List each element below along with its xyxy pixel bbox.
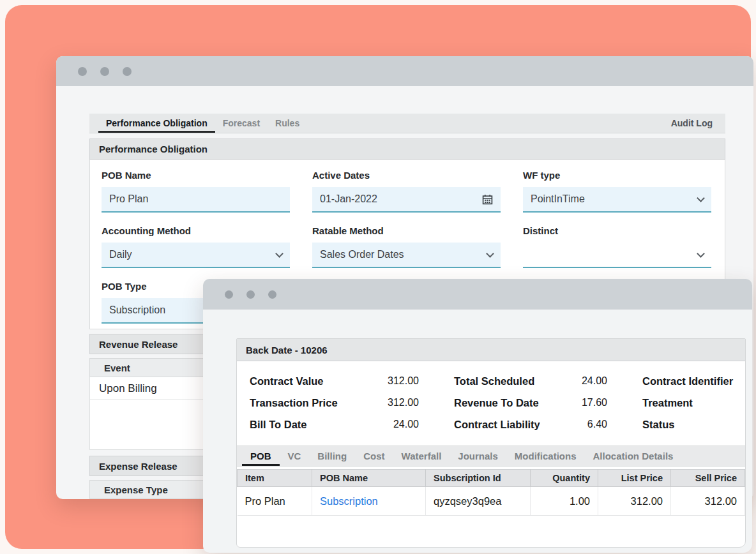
wf-type-field: WF type PointInTime [523, 170, 711, 213]
contract-liability-label: Contract Liability [454, 419, 548, 431]
treatment-label: Treatment [642, 397, 745, 409]
transaction-price-label: Transaction Price [250, 397, 360, 409]
tab-performance-obligation[interactable]: Performance Obligation [98, 114, 215, 133]
total-scheduled-amount: 24.00 [548, 375, 607, 387]
summary-row: Contract Identifier [642, 370, 745, 392]
back-date-panel-title: Back Date - 10206 [237, 339, 745, 361]
chevron-down-icon [697, 194, 705, 202]
back-date-window: Back Date - 10206 Contract Value 312.00 … [203, 279, 752, 553]
cell-list-price: 312.00 [598, 487, 671, 516]
pob-name-link[interactable]: Subscription [312, 487, 426, 516]
pob-name-input[interactable]: Pro Plan [102, 187, 290, 213]
accounting-method-select[interactable]: Daily [102, 243, 290, 268]
cell-sell-price: 312.00 [671, 487, 745, 516]
chevron-down-icon [275, 250, 284, 258]
tab-allocation-details[interactable]: Allocation Details [585, 447, 682, 466]
revenue-to-date-label: Revenue To Date [454, 397, 548, 409]
back-window-titlebar [56, 56, 753, 86]
tab-waterfall[interactable]: Waterfall [393, 447, 450, 466]
column-header-sell-price[interactable]: Sell Price [671, 470, 745, 487]
summary-column-2: Total Scheduled 24.00 Revenue To Date 17… [454, 370, 607, 435]
chevron-down-icon [486, 250, 494, 258]
accounting-method-label: Accounting Method [102, 225, 290, 236]
summary-column-1: Contract Value 312.00 Transaction Price … [250, 370, 419, 435]
bill-to-date-label: Bill To Date [250, 419, 360, 431]
cell-subscription-id: qyzqsey3q9ea [426, 487, 531, 516]
accounting-method-field: Accounting Method Daily [102, 225, 290, 268]
active-dates-label: Active Dates [312, 170, 501, 181]
window-control-dot[interactable] [268, 290, 276, 299]
summary-row: Status [642, 414, 745, 435]
ratable-method-select[interactable]: Sales Order Dates [312, 243, 501, 268]
pob-table-header-row: Item POB Name Subscription Id Quantity L… [238, 470, 745, 487]
wf-type-label: WF type [523, 170, 711, 181]
chevron-down-icon [697, 250, 705, 258]
summary-row: Contract Value 312.00 [250, 370, 419, 392]
window-control-dot[interactable] [78, 67, 87, 76]
tab-pob[interactable]: POB [242, 447, 280, 466]
wf-type-value: PointInTime [531, 193, 698, 205]
tab-journals[interactable]: Journals [450, 447, 506, 466]
tab-rules[interactable]: Rules [268, 114, 307, 133]
pob-name-field: POB Name Pro Plan [102, 170, 290, 213]
revenue-to-date-amount: 17.60 [548, 397, 607, 408]
audit-log-button[interactable]: Audit Log [667, 114, 716, 133]
bill-to-date-amount: 24.00 [360, 419, 419, 430]
summary-row: Bill To Date 24.00 [250, 414, 419, 435]
table-row: Pro Plan Subscription qyzqsey3q9ea 1.00 … [238, 487, 745, 516]
window-control-dot[interactable] [100, 67, 109, 76]
column-header-pob-name[interactable]: POB Name [312, 470, 426, 487]
tab-forecast[interactable]: Forecast [215, 114, 268, 133]
tab-modifications[interactable]: Modifications [506, 447, 585, 466]
pob-name-value: Pro Plan [109, 193, 282, 205]
calendar-icon[interactable] [482, 194, 493, 205]
summary-row: Total Scheduled 24.00 [454, 370, 607, 392]
column-header-quantity[interactable]: Quantity [531, 470, 598, 487]
active-dates-field: Active Dates 01-Jan-2022 [312, 170, 501, 213]
status-label: Status [642, 419, 745, 431]
pob-table: Item POB Name Subscription Id Quantity L… [237, 469, 745, 516]
total-scheduled-label: Total Scheduled [454, 375, 548, 387]
contract-summary: Contract Value 312.00 Transaction Price … [237, 361, 745, 442]
column-header-list-price[interactable]: List Price [598, 470, 671, 487]
pob-name-label: POB Name [102, 170, 290, 181]
summary-column-3: Contract Identifier Treatment Status [642, 370, 745, 435]
ratable-method-field: Ratable Method Sales Order Dates [312, 225, 501, 268]
transaction-price-amount: 312.00 [360, 397, 419, 408]
wf-type-select[interactable]: PointInTime [523, 187, 711, 213]
contract-detail-tabbar: POB VC Billing Cost Waterfall Journals M… [237, 445, 745, 467]
summary-row: Revenue To Date 17.60 [454, 392, 607, 414]
performance-obligation-section-header: Performance Obligation [89, 138, 725, 160]
window-control-dot[interactable] [225, 290, 233, 299]
accounting-method-value: Daily [109, 249, 276, 260]
contract-identifier-label: Contract Identifier [642, 375, 745, 387]
back-date-panel: Back Date - 10206 Contract Value 312.00 … [236, 338, 746, 548]
ratable-method-value: Sales Order Dates [320, 249, 487, 260]
tab-billing[interactable]: Billing [309, 447, 355, 466]
contract-liability-amount: 6.40 [548, 419, 607, 430]
active-dates-input[interactable]: 01-Jan-2022 [312, 187, 501, 213]
front-window-titlebar [203, 279, 752, 310]
column-header-subscription-id[interactable]: Subscription Id [426, 470, 531, 487]
distinct-label: Distinct [523, 225, 711, 236]
distinct-field: Distinct [523, 225, 711, 268]
contract-value-label: Contract Value [250, 375, 360, 387]
cell-quantity: 1.00 [531, 487, 598, 516]
window-control-dot[interactable] [246, 290, 255, 299]
distinct-select[interactable] [523, 243, 711, 268]
summary-row: Contract Liability 6.40 [454, 414, 607, 435]
ratable-method-label: Ratable Method [312, 225, 501, 236]
tab-vc[interactable]: VC [280, 447, 310, 466]
summary-row: Treatment [642, 392, 745, 414]
cell-item: Pro Plan [238, 487, 312, 516]
back-window-tabbar: Performance Obligation Forecast Rules Au… [89, 114, 725, 133]
contract-value-amount: 312.00 [360, 375, 419, 387]
column-header-item[interactable]: Item [238, 470, 312, 487]
tab-cost[interactable]: Cost [355, 447, 393, 466]
window-control-dot[interactable] [123, 67, 132, 76]
summary-row: Transaction Price 312.00 [250, 392, 419, 414]
active-dates-value: 01-Jan-2022 [320, 193, 482, 205]
